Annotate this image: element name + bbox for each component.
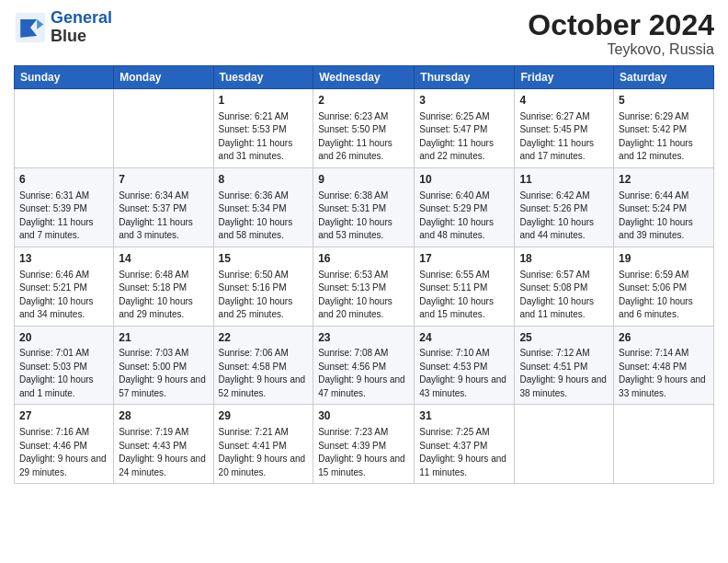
- day-number: 29: [219, 408, 309, 424]
- day-info: Sunrise: 7:25 AMSunset: 4:37 PMDaylight:…: [419, 426, 509, 479]
- day-info: Sunrise: 6:46 AMSunset: 5:21 PMDaylight:…: [19, 269, 108, 322]
- calendar-cell: 13Sunrise: 6:46 AMSunset: 5:21 PMDayligh…: [15, 247, 114, 326]
- day-number: 10: [419, 172, 509, 188]
- day-info: Sunrise: 7:16 AMSunset: 4:46 PMDaylight:…: [19, 426, 108, 479]
- calendar-cell: 10Sunrise: 6:40 AMSunset: 5:29 PMDayligh…: [415, 167, 515, 247]
- calendar-week-3: 13Sunrise: 6:46 AMSunset: 5:21 PMDayligh…: [15, 247, 714, 326]
- weekday-header-monday: Monday: [114, 66, 213, 89]
- calendar-week-4: 20Sunrise: 7:01 AMSunset: 5:03 PMDayligh…: [15, 326, 714, 405]
- calendar-cell: 28Sunrise: 7:19 AMSunset: 4:43 PMDayligh…: [114, 405, 213, 484]
- calendar-cell: 23Sunrise: 7:08 AMSunset: 4:56 PMDayligh…: [313, 326, 415, 405]
- calendar-cell: 4Sunrise: 6:27 AMSunset: 5:45 PMDaylight…: [515, 89, 614, 168]
- day-number: 23: [318, 330, 409, 346]
- calendar-header: SundayMondayTuesdayWednesdayThursdayFrid…: [15, 66, 714, 89]
- day-info: Sunrise: 6:38 AMSunset: 5:31 PMDaylight:…: [318, 190, 409, 243]
- calendar-cell: 17Sunrise: 6:55 AMSunset: 5:11 PMDayligh…: [415, 247, 515, 326]
- day-number: 16: [318, 251, 409, 267]
- day-info: Sunrise: 7:23 AMSunset: 4:39 PMDaylight:…: [318, 426, 409, 479]
- day-number: 21: [119, 330, 208, 346]
- day-number: 14: [119, 251, 208, 267]
- logo: General Blue: [14, 9, 112, 46]
- day-info: Sunrise: 6:29 AMSunset: 5:42 PMDaylight:…: [619, 110, 709, 164]
- calendar-cell: 27Sunrise: 7:16 AMSunset: 4:46 PMDayligh…: [15, 405, 114, 484]
- day-info: Sunrise: 6:59 AMSunset: 5:06 PMDaylight:…: [619, 269, 709, 322]
- day-info: Sunrise: 7:21 AMSunset: 4:41 PMDaylight:…: [219, 426, 309, 479]
- day-info: Sunrise: 7:12 AMSunset: 4:51 PMDaylight:…: [519, 347, 609, 400]
- day-number: 5: [619, 93, 709, 109]
- day-info: Sunrise: 6:23 AMSunset: 5:50 PMDaylight:…: [318, 110, 409, 164]
- calendar-cell: 20Sunrise: 7:01 AMSunset: 5:03 PMDayligh…: [15, 326, 114, 405]
- day-info: Sunrise: 7:06 AMSunset: 4:58 PMDaylight:…: [219, 347, 309, 400]
- day-number: 11: [519, 172, 609, 188]
- day-number: 28: [119, 408, 208, 424]
- calendar-cell: 12Sunrise: 6:44 AMSunset: 5:24 PMDayligh…: [614, 167, 714, 247]
- calendar-cell: [114, 89, 213, 168]
- day-number: 9: [318, 172, 409, 188]
- day-number: 4: [519, 93, 609, 109]
- day-info: Sunrise: 6:36 AMSunset: 5:34 PMDaylight:…: [219, 190, 309, 243]
- calendar-cell: 19Sunrise: 6:59 AMSunset: 5:06 PMDayligh…: [614, 247, 714, 326]
- title-block: October 2024 Teykovo, Russia: [528, 9, 714, 58]
- logo-icon: [14, 11, 47, 44]
- day-info: Sunrise: 6:48 AMSunset: 5:18 PMDaylight:…: [119, 269, 208, 322]
- calendar-cell: 30Sunrise: 7:23 AMSunset: 4:39 PMDayligh…: [313, 405, 415, 484]
- calendar-cell: 26Sunrise: 7:14 AMSunset: 4:48 PMDayligh…: [614, 326, 714, 405]
- weekday-header-saturday: Saturday: [614, 66, 714, 89]
- calendar-cell: 6Sunrise: 6:31 AMSunset: 5:39 PMDaylight…: [15, 167, 114, 247]
- day-info: Sunrise: 7:10 AMSunset: 4:53 PMDaylight:…: [419, 347, 509, 400]
- day-number: 12: [619, 172, 709, 188]
- calendar-cell: 29Sunrise: 7:21 AMSunset: 4:41 PMDayligh…: [213, 405, 313, 484]
- calendar-cell: 18Sunrise: 6:57 AMSunset: 5:08 PMDayligh…: [515, 247, 614, 326]
- calendar-cell: 24Sunrise: 7:10 AMSunset: 4:53 PMDayligh…: [415, 326, 515, 405]
- calendar-cell: 16Sunrise: 6:53 AMSunset: 5:13 PMDayligh…: [313, 247, 415, 326]
- day-info: Sunrise: 7:19 AMSunset: 4:43 PMDaylight:…: [119, 426, 208, 479]
- calendar-week-2: 6Sunrise: 6:31 AMSunset: 5:39 PMDaylight…: [15, 167, 714, 247]
- day-number: 8: [219, 172, 309, 188]
- day-info: Sunrise: 6:25 AMSunset: 5:47 PMDaylight:…: [419, 110, 509, 164]
- calendar-table: SundayMondayTuesdayWednesdayThursdayFrid…: [14, 65, 714, 484]
- calendar-cell: 11Sunrise: 6:42 AMSunset: 5:26 PMDayligh…: [515, 167, 614, 247]
- calendar-cell: 31Sunrise: 7:25 AMSunset: 4:37 PMDayligh…: [415, 405, 515, 484]
- day-number: 26: [619, 330, 709, 346]
- day-number: 2: [318, 93, 409, 109]
- calendar-cell: 15Sunrise: 6:50 AMSunset: 5:16 PMDayligh…: [213, 247, 313, 326]
- calendar-cell: 3Sunrise: 6:25 AMSunset: 5:47 PMDaylight…: [415, 89, 515, 168]
- calendar-cell: 22Sunrise: 7:06 AMSunset: 4:58 PMDayligh…: [213, 326, 313, 405]
- weekday-header-tuesday: Tuesday: [213, 66, 313, 89]
- day-number: 15: [219, 251, 309, 267]
- header: General Blue October 2024 Teykovo, Russi…: [14, 9, 714, 58]
- day-info: Sunrise: 7:14 AMSunset: 4:48 PMDaylight:…: [619, 347, 709, 400]
- day-info: Sunrise: 6:50 AMSunset: 5:16 PMDaylight:…: [219, 269, 309, 322]
- logo-text: General Blue: [51, 9, 112, 46]
- page-title: October 2024: [528, 9, 714, 41]
- day-info: Sunrise: 6:55 AMSunset: 5:11 PMDaylight:…: [419, 269, 509, 322]
- day-info: Sunrise: 6:40 AMSunset: 5:29 PMDaylight:…: [419, 190, 509, 243]
- day-info: Sunrise: 7:08 AMSunset: 4:56 PMDaylight:…: [318, 347, 409, 400]
- day-number: 17: [419, 251, 509, 267]
- calendar-cell: 8Sunrise: 6:36 AMSunset: 5:34 PMDaylight…: [213, 167, 313, 247]
- calendar-week-5: 27Sunrise: 7:16 AMSunset: 4:46 PMDayligh…: [15, 405, 714, 484]
- day-number: 25: [519, 330, 609, 346]
- page-subtitle: Teykovo, Russia: [528, 41, 714, 58]
- page: General Blue October 2024 Teykovo, Russi…: [0, 0, 728, 498]
- day-number: 20: [19, 330, 108, 346]
- day-info: Sunrise: 6:42 AMSunset: 5:26 PMDaylight:…: [519, 190, 609, 243]
- day-number: 19: [619, 251, 709, 267]
- calendar-cell: [614, 405, 714, 484]
- weekday-header-friday: Friday: [515, 66, 614, 89]
- calendar-body: 1Sunrise: 6:21 AMSunset: 5:53 PMDaylight…: [15, 89, 714, 484]
- calendar-cell: 7Sunrise: 6:34 AMSunset: 5:37 PMDaylight…: [114, 167, 213, 247]
- calendar-cell: 25Sunrise: 7:12 AMSunset: 4:51 PMDayligh…: [515, 326, 614, 405]
- day-number: 13: [19, 251, 108, 267]
- day-info: Sunrise: 7:03 AMSunset: 5:00 PMDaylight:…: [119, 347, 208, 400]
- calendar-cell: 1Sunrise: 6:21 AMSunset: 5:53 PMDaylight…: [213, 89, 313, 168]
- day-info: Sunrise: 6:34 AMSunset: 5:37 PMDaylight:…: [119, 190, 208, 243]
- day-number: 7: [119, 172, 208, 188]
- calendar-week-1: 1Sunrise: 6:21 AMSunset: 5:53 PMDaylight…: [15, 89, 714, 168]
- weekday-header-row: SundayMondayTuesdayWednesdayThursdayFrid…: [15, 66, 714, 89]
- day-info: Sunrise: 6:44 AMSunset: 5:24 PMDaylight:…: [619, 190, 709, 243]
- day-number: 1: [219, 93, 309, 109]
- weekday-header-sunday: Sunday: [15, 66, 114, 89]
- weekday-header-wednesday: Wednesday: [313, 66, 415, 89]
- day-info: Sunrise: 6:21 AMSunset: 5:53 PMDaylight:…: [219, 110, 309, 164]
